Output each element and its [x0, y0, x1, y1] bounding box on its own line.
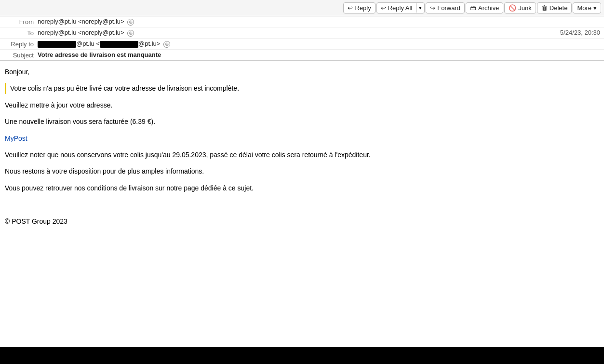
junk-label: Junk	[518, 4, 531, 12]
archive-button[interactable]: 🗃 Archive	[466, 2, 503, 13]
to-row: To noreply@pt.lu <noreply@pt.lu> ⊕ 5/24/…	[0, 27, 604, 39]
body-line1: Votre colis n'a pas pu être livré car vo…	[5, 83, 599, 94]
junk-icon: 🚫	[509, 4, 516, 12]
reply-label: Reply	[355, 4, 371, 12]
bottom-bar	[0, 347, 604, 364]
from-contact-icon[interactable]: ⊕	[127, 19, 134, 26]
body-line4: Veuillez noter que nous conservons votre…	[5, 149, 599, 160]
reply-icon: ↩	[348, 4, 353, 12]
email-toolbar: ↩ Reply ↩ Reply All ▾ ↪ Forward 🗃 Archiv…	[0, 0, 604, 16]
subject-label: Subject	[4, 51, 38, 59]
reply-to-label: Reply to	[4, 40, 38, 48]
body-line3: Une nouvelle livraison vous sera facturé…	[5, 116, 599, 127]
reply-all-icon: ↩	[381, 4, 386, 12]
delete-label: Delete	[550, 4, 568, 12]
to-value: noreply@pt.lu <noreply@pt.lu> ⊕	[38, 29, 560, 37]
archive-label: Archive	[478, 4, 499, 12]
body-line5: Nous restons à votre disposition pour de…	[5, 166, 599, 176]
subject-text: Votre adresse de livraison est manquante	[38, 51, 161, 58]
reply-to-contact-icon[interactable]: ⊕	[163, 41, 170, 48]
email-viewer: ↩ Reply ↩ Reply All ▾ ↪ Forward 🗃 Archiv…	[0, 0, 604, 347]
to-address: noreply@pt.lu <noreply@pt.lu>	[38, 29, 124, 36]
to-contact-icon[interactable]: ⊕	[127, 30, 134, 37]
from-value: noreply@pt.lu <noreply@pt.lu> ⊕	[38, 18, 600, 26]
forward-label: Forward	[437, 4, 460, 12]
archive-icon: 🗃	[470, 4, 476, 12]
body-line6: Vous pouvez retrouver nos conditions de …	[5, 183, 599, 193]
email-header: From noreply@pt.lu <noreply@pt.lu> ⊕ To …	[0, 16, 604, 61]
greeting-text: Bonjour,	[5, 67, 599, 77]
reply-all-button[interactable]: ↩ Reply All	[377, 3, 416, 13]
reply-to-value: @pt.lu < @pt.lu> ⊕	[38, 40, 600, 48]
junk-button[interactable]: 🚫 Junk	[504, 2, 536, 13]
forward-button[interactable]: ↪ Forward	[426, 2, 465, 13]
reply-all-label: Reply All	[388, 4, 413, 12]
footer-text: © POST Group 2023	[5, 216, 599, 227]
body-line2: Veuillez mettre à jour votre adresse.	[5, 100, 599, 110]
from-label: From	[4, 18, 38, 26]
more-button[interactable]: More ▾	[573, 2, 601, 13]
email-date: 5/24/23, 20:30	[560, 29, 600, 36]
to-label: To	[4, 29, 38, 37]
reply-all-group: ↩ Reply All ▾	[376, 2, 425, 13]
from-row: From noreply@pt.lu <noreply@pt.lu> ⊕	[0, 16, 604, 27]
subject-row: Subject Votre adresse de livraison est m…	[0, 50, 604, 60]
reply-all-dropdown-button[interactable]: ▾	[416, 3, 424, 13]
delete-button[interactable]: 🗑 Delete	[537, 2, 572, 13]
subject-value: Votre adresse de livraison est manquante	[38, 51, 600, 58]
reply-to-part1: @pt.lu	[76, 40, 94, 47]
reply-to-redacted-1	[38, 41, 76, 48]
email-body: Bonjour, Votre colis n'a pas pu être liv…	[0, 61, 604, 347]
reply-to-row: Reply to @pt.lu < @pt.lu> ⊕	[0, 39, 604, 50]
more-chevron-icon: ▾	[593, 4, 597, 12]
mypost-link[interactable]: MyPost	[5, 135, 27, 142]
delete-icon: 🗑	[541, 4, 548, 12]
forward-icon: ↪	[430, 4, 435, 12]
more-label: More	[577, 4, 591, 12]
reply-to-redacted-2	[100, 41, 138, 48]
reply-button[interactable]: ↩ Reply	[343, 2, 375, 13]
reply-to-part2: @pt.lu>	[138, 40, 160, 47]
from-address: noreply@pt.lu <noreply@pt.lu>	[38, 18, 124, 25]
